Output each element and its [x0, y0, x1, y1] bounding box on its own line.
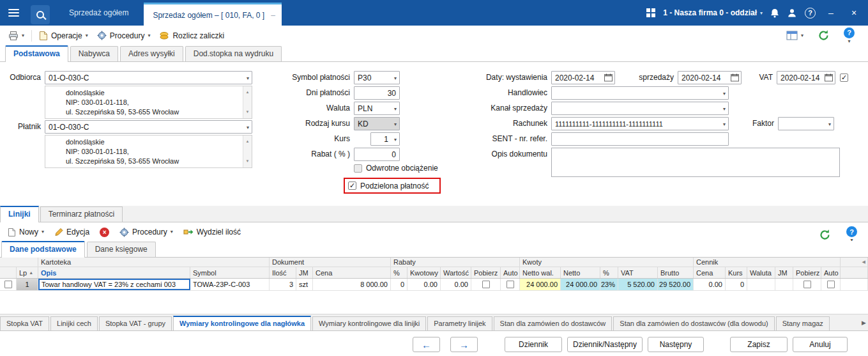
col-vat[interactable]: VAT — [618, 267, 658, 278]
pobierz-checkbox[interactable] — [803, 281, 811, 288]
col-wartosc[interactable]: Wartość — [441, 267, 471, 278]
wydziel-ilosc-button[interactable]: Wydziel ilość — [179, 226, 245, 238]
tab-podstawowa[interactable]: Podstawowa — [5, 45, 68, 62]
faktor-combobox[interactable]: ▾ — [778, 117, 834, 130]
tab-stan-zamowien-dostawcow[interactable]: Stan dla zamówien do dostawców — [494, 316, 613, 330]
col-pobierz[interactable]: Pobierz — [471, 267, 501, 278]
help-icon[interactable]: ? — [805, 8, 816, 19]
user-icon[interactable] — [787, 8, 797, 18]
tab-stopka-vat-grupy[interactable]: Stopka VAT - grupy — [99, 316, 172, 330]
row-checkbox[interactable] — [4, 281, 12, 288]
close-button[interactable]: × — [846, 8, 862, 18]
waluta-combobox[interactable]: PLN ▾ — [354, 102, 400, 115]
procedury-menu-button[interactable]: Procedury ▾ — [93, 29, 155, 42]
tab-stan-zamowien-dostawcow-dowodu[interactable]: Stan dla zamówien do dostawców (dla dowo… — [613, 316, 774, 330]
operacje-menu-button[interactable]: Operacje ▾ — [34, 29, 93, 43]
rodzaj-kursu-combobox[interactable]: KD ▾ — [354, 117, 400, 130]
auto-checkbox[interactable] — [506, 281, 514, 288]
help-menu-button[interactable]: ? ▾ — [839, 26, 859, 46]
col-netto-wal[interactable]: Netto wal. — [520, 267, 561, 278]
tab-stany-magazynowe[interactable]: Stany magaz — [776, 316, 830, 330]
table-row[interactable]: 1 Towar handlowy VAT = 23% z cechami 003… — [0, 279, 868, 291]
notifications-bell-icon[interactable] — [770, 8, 779, 18]
tab-sprzedaz-ogolem-document[interactable]: Sprzedaż ogółem – [ 010, FA, 0 ] – — [144, 3, 281, 26]
refresh-button[interactable] — [813, 27, 834, 43]
data-vat-field[interactable]: 2020-02-14 — [777, 71, 835, 84]
col-rabat-pct[interactable]: % — [391, 267, 407, 278]
col-auto[interactable]: Auto — [501, 267, 520, 278]
col-brutto[interactable]: Brutto — [658, 267, 694, 278]
col-netto[interactable]: Netto — [561, 267, 600, 278]
view-settings-button[interactable]: ▾ — [782, 29, 808, 42]
col-cennik-waluta[interactable]: Waluta — [747, 267, 775, 278]
col-lp[interactable]: Lp ▲ — [17, 267, 38, 278]
previous-document-button[interactable]: ← — [413, 337, 440, 352]
kanal-sprzedazy-combobox[interactable]: ▾ — [551, 102, 729, 115]
hamburger-menu-button[interactable] — [0, 0, 27, 26]
print-button[interactable]: ▾ — [4, 29, 29, 43]
next-document-button[interactable]: → — [450, 337, 478, 352]
opis-dokumentu-textarea[interactable] — [551, 148, 840, 177]
scroll-left-icon[interactable]: ◀ — [862, 259, 865, 265]
col-cennik-cena[interactable]: Cena — [694, 267, 726, 278]
nowy-button[interactable]: Nowy ▾ — [3, 226, 49, 239]
apps-grid-icon[interactable] — [646, 8, 655, 17]
col-kwotowy[interactable]: Kwotowy — [407, 267, 441, 278]
auto-checkbox[interactable] — [827, 281, 835, 288]
tab-wymiary-kontrolingowe-naglowka[interactable]: Wymiary kontrolingowe dla nagłówka — [173, 316, 311, 331]
col-opis[interactable]: Opis — [38, 267, 190, 278]
symbol-platnosci-combobox[interactable]: P30 ▾ — [354, 71, 400, 84]
dziennik-nastepny-button[interactable]: Dziennik/Następny — [567, 337, 643, 352]
tab-linijki-cech[interactable]: Linijki cech — [50, 316, 98, 330]
delete-line-button[interactable]: × — [95, 226, 114, 239]
rachunek-combobox[interactable]: 1111111111-1111111111-1111111111 ▾ — [551, 117, 729, 130]
calendar-icon[interactable] — [604, 74, 613, 84]
col-symbol[interactable]: Symbol — [190, 267, 270, 278]
col-cennik-kurs[interactable]: Kurs — [726, 267, 747, 278]
kurs-spinner[interactable]: 1 ▾ — [370, 132, 400, 146]
podzielona-platnosc-checkbox[interactable]: ✓ — [348, 182, 356, 190]
tab-nabywca[interactable]: Nabywca — [70, 46, 118, 61]
tab-linijki[interactable]: Linijki — [0, 206, 39, 222]
zapisz-button[interactable]: Zapisz — [730, 337, 788, 352]
pobierz-checkbox[interactable] — [482, 281, 490, 288]
cell-opis-editor[interactable]: Towar handlowy VAT = 23% z cechami 003 — [38, 279, 190, 290]
tab-stopka-vat[interactable]: Stopka VAT — [0, 316, 49, 330]
tab-adres-wysylki[interactable]: Adres wysyłki — [120, 46, 183, 61]
col-cennik-jm[interactable]: JM — [775, 267, 793, 278]
odbiorca-combobox[interactable]: 01-O-030-C ▾ — [45, 71, 252, 84]
handlowiec-combobox[interactable]: ▾ — [551, 86, 729, 100]
search-button[interactable] — [27, 0, 54, 26]
data-wystawienia-field[interactable]: 2020-02-14 — [551, 71, 615, 84]
tab-close-icon[interactable]: – — [271, 11, 275, 20]
tab-terminarz-platnosci[interactable]: Terminarz płatności — [40, 206, 123, 222]
sent-input[interactable] — [551, 132, 729, 146]
tab-parametry-linijek[interactable]: Parametry linijek — [427, 316, 492, 330]
col-cennik-pobierz[interactable]: Pobierz — [793, 267, 821, 278]
minimize-button[interactable]: – — [823, 8, 839, 18]
col-jm[interactable]: JM — [296, 267, 313, 278]
dni-platnosci-input[interactable] — [354, 86, 400, 100]
platnik-combobox[interactable]: 01-O-030-C ▾ — [45, 120, 252, 134]
refresh-lines-button[interactable] — [814, 227, 835, 243]
col-cena[interactable]: Cena — [313, 267, 391, 278]
odwrotne-obciazenie-checkbox[interactable]: ✓ — [354, 164, 362, 173]
rabat-input[interactable] — [354, 148, 400, 161]
calendar-icon[interactable] — [731, 74, 739, 84]
tab-wymiary-kontrolingowe-linijki[interactable]: Wymiary kontrolingowe dla linijki — [312, 316, 426, 330]
vat-date-checkbox[interactable]: ✓ — [840, 74, 848, 82]
company-selector[interactable]: 1 - Nasza firma 0 - oddział ▾ — [663, 8, 763, 17]
col-ilosc[interactable]: Ilość — [270, 267, 296, 278]
data-sprzedazy-field[interactable]: 2020-02-14 — [678, 71, 742, 84]
col-vat-pct[interactable]: % — [600, 267, 618, 278]
edycja-button[interactable]: Edycja — [50, 226, 94, 238]
dziennik-button[interactable]: Dziennik — [505, 337, 562, 352]
nastepny-button[interactable]: Następny — [648, 337, 704, 352]
tab-dod-stopka-na-wydruku[interactable]: Dod.stopka na wydruku — [185, 46, 282, 61]
tab-scroll-right-icon[interactable]: ▶ — [862, 320, 866, 326]
rozlicz-zaliczki-button[interactable]: Rozlicz zaliczki — [155, 29, 229, 42]
procedury-lines-button[interactable]: Procedury ▾ — [115, 226, 178, 239]
col-cennik-auto[interactable]: Auto — [821, 267, 841, 278]
tab-dane-ksiegowe[interactable]: Dane księgowe — [87, 242, 156, 257]
anuluj-button[interactable]: Anuluj — [793, 337, 848, 352]
